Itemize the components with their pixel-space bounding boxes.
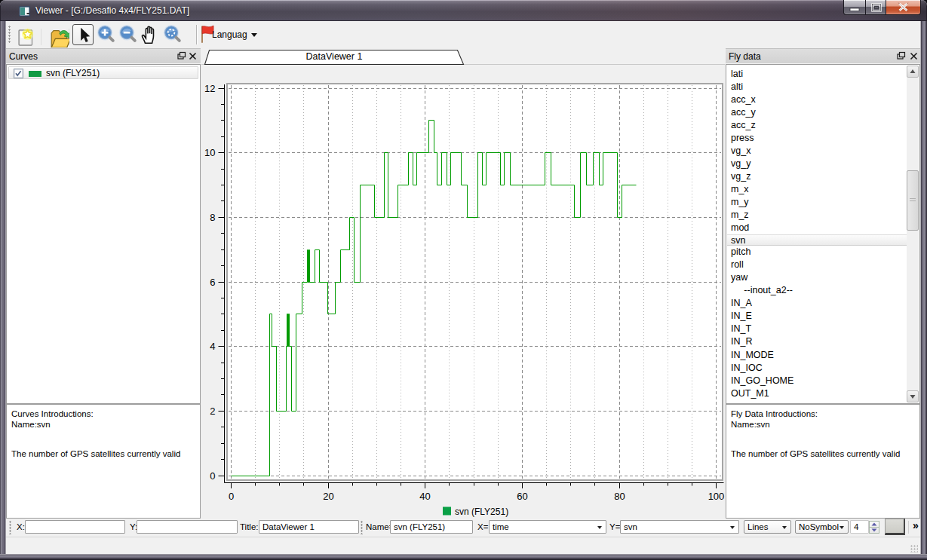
svg-text:20: 20: [323, 491, 333, 502]
svg-text:0: 0: [229, 491, 234, 502]
svg-text:12: 12: [204, 83, 215, 94]
svg-text:4: 4: [210, 341, 215, 352]
svg-text:svn (FLY251): svn (FLY251): [455, 506, 508, 517]
svg-text:8: 8: [210, 212, 215, 223]
svg-text:0: 0: [210, 470, 215, 482]
svg-text:6: 6: [210, 277, 215, 288]
svg-text:2: 2: [210, 405, 215, 417]
svg-text:40: 40: [419, 491, 430, 502]
svg-text:60: 60: [517, 491, 527, 502]
svg-text:100: 100: [708, 491, 725, 502]
svg-text:80: 80: [614, 491, 625, 502]
svg-text:10: 10: [204, 147, 215, 158]
svg-text:DataViewer 1: DataViewer 1: [306, 51, 363, 62]
